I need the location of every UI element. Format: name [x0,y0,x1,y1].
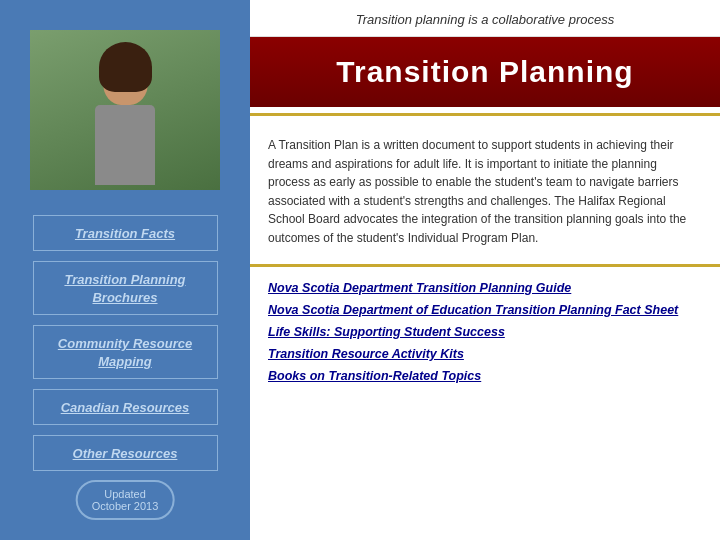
nav-item-other[interactable]: Other Resources [33,435,218,471]
nav-link-other[interactable]: Other Resources [73,446,178,461]
person-hair [99,42,152,92]
resource-link-0[interactable]: Nova Scotia Department Transition Planni… [268,281,702,295]
page-wrapper: Transition Facts Transition Planning Bro… [0,0,720,540]
sidebar: Transition Facts Transition Planning Bro… [0,0,250,540]
updated-line2: October 2013 [92,500,159,512]
subtitle: Transition planning is a collaborative p… [356,12,614,27]
top-bar: Transition planning is a collaborative p… [250,0,720,37]
nav-items: Transition Facts Transition Planning Bro… [0,210,250,476]
nav-link-transition-facts[interactable]: Transition Facts [75,226,175,241]
person-body [95,105,155,185]
updated-line1: Updated [104,488,146,500]
updated-badge: Updated October 2013 [76,480,175,520]
person-silhouette [85,50,165,190]
description-text: A Transition Plan is a written document … [268,136,702,248]
resource-link-1[interactable]: Nova Scotia Department of Education Tran… [268,303,702,317]
page-title: Transition Planning [270,55,700,89]
links-area: Nova Scotia Department Transition Planni… [250,273,720,540]
gold-divider [250,113,720,116]
nav-item-brochures[interactable]: Transition Planning Brochures [33,261,218,315]
resource-link-2[interactable]: Life Skills: Supporting Student Success [268,325,702,339]
student-photo [30,30,220,190]
nav-link-community[interactable]: Community Resource Mapping [58,336,192,369]
resource-link-3[interactable]: Transition Resource Activity Kits [268,347,702,361]
nav-item-community[interactable]: Community Resource Mapping [33,325,218,379]
gold-divider-2 [250,264,720,267]
nav-link-canadian[interactable]: Canadian Resources [61,400,190,415]
description-area: A Transition Plan is a written document … [250,122,720,258]
nav-item-transition-facts[interactable]: Transition Facts [33,215,218,251]
nav-link-brochures[interactable]: Transition Planning Brochures [64,272,185,305]
main-content: Transition planning is a collaborative p… [250,0,720,540]
resource-link-4[interactable]: Books on Transition-Related Topics [268,369,702,383]
person-head [103,50,148,105]
nav-item-canadian[interactable]: Canadian Resources [33,389,218,425]
title-bar: Transition Planning [250,37,720,107]
